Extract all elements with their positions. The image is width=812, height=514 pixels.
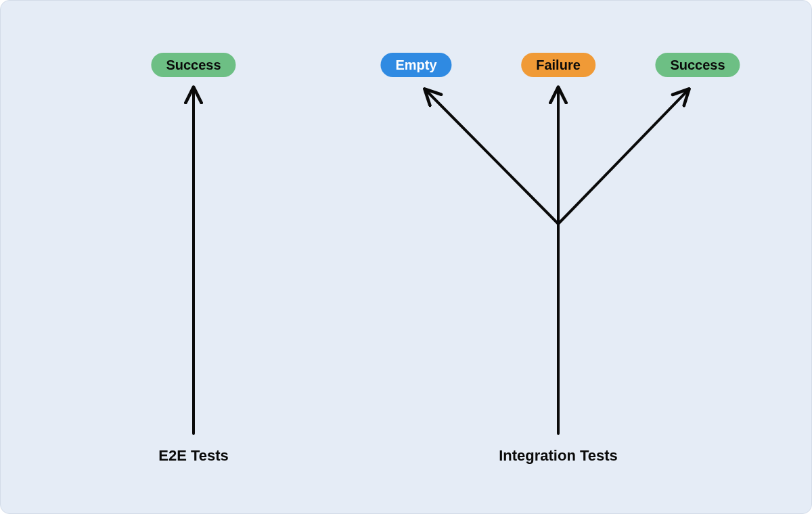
e2e-caption: E2E Tests (158, 447, 229, 465)
arrows-layer (1, 1, 812, 514)
integration-outcome-success-pill: Success (655, 53, 740, 77)
integration-outcome-empty-pill: Empty (380, 53, 451, 77)
integration-caption: Integration Tests (499, 447, 618, 465)
diagram-canvas: Success Empty Failure Success E2E Tests … (0, 0, 812, 514)
e2e-outcome-success-pill: Success (151, 53, 235, 77)
integration-branch-success (558, 90, 688, 224)
integration-outcome-failure-pill: Failure (521, 53, 595, 77)
integration-branch-empty (426, 90, 558, 224)
